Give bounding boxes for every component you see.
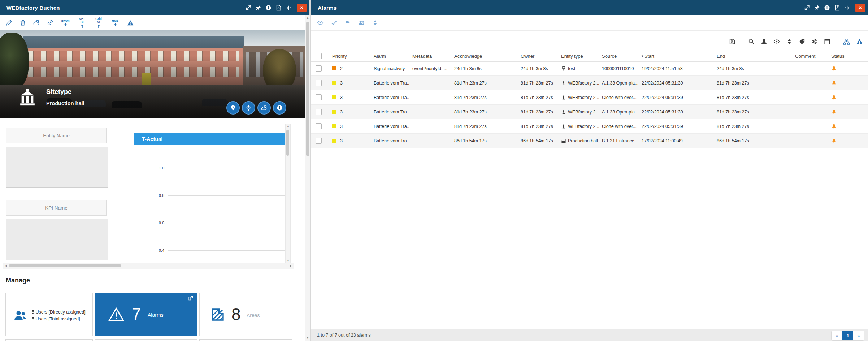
prev-page-button[interactable]: « bbox=[832, 331, 842, 340]
eye-icon[interactable] bbox=[317, 20, 324, 26]
row-checkbox[interactable] bbox=[316, 123, 322, 129]
eye-icon[interactable] bbox=[773, 38, 780, 45]
ewon-upload-button[interactable]: Ewon bbox=[61, 19, 70, 27]
delete-icon[interactable] bbox=[19, 20, 26, 26]
export-document-icon[interactable] bbox=[275, 5, 282, 11]
resize-horizontal-icon[interactable] bbox=[844, 5, 850, 11]
column-header-metadata[interactable]: Metadata bbox=[409, 53, 451, 59]
close-button[interactable]: × bbox=[855, 4, 865, 12]
areas-tile[interactable]: 8 Areas bbox=[199, 293, 292, 336]
current-page-button[interactable]: 1 bbox=[842, 331, 853, 340]
users-tile[interactable]: 5 Users [Directly assigned] 5 Users [Tot… bbox=[5, 293, 93, 336]
sitetype-subtitle: Production hall bbox=[46, 100, 84, 106]
select-all-checkbox[interactable] bbox=[316, 53, 322, 59]
edit-icon[interactable] bbox=[6, 20, 12, 26]
export-document-icon[interactable] bbox=[834, 5, 840, 11]
panel-vertical-scrollbar[interactable]: ▲ ▼ bbox=[305, 15, 310, 341]
next-page-button[interactable]: » bbox=[853, 331, 864, 340]
assign-users-icon[interactable] bbox=[358, 20, 365, 26]
calendar-icon[interactable] bbox=[824, 38, 830, 45]
flag-icon[interactable] bbox=[344, 20, 351, 26]
row-checkbox[interactable] bbox=[316, 109, 322, 115]
gridline bbox=[168, 195, 286, 196]
column-header-end[interactable]: End bbox=[714, 53, 792, 59]
column-header-comment[interactable]: Comment bbox=[792, 53, 828, 59]
row-select-cell bbox=[311, 123, 329, 129]
hms-upload-button[interactable]: HMS bbox=[110, 19, 120, 27]
table-row[interactable]: 2Signal inactivityeventPriorityId: ...24… bbox=[311, 61, 868, 76]
column-header-acknowledge[interactable]: Acknowledge bbox=[451, 53, 518, 59]
weather-icon[interactable] bbox=[33, 20, 40, 26]
close-button[interactable]: × bbox=[297, 4, 307, 12]
priority-cell: 3 bbox=[329, 95, 371, 100]
chart-title: T-Actual bbox=[134, 133, 287, 145]
person-filter-icon[interactable] bbox=[761, 38, 767, 45]
gridvis-upload-button[interactable]: Grid Vi bbox=[94, 17, 103, 28]
column-header-owner[interactable]: Owner bbox=[518, 53, 558, 59]
column-header-cb[interactable] bbox=[311, 53, 329, 59]
row-checkbox[interactable] bbox=[316, 80, 322, 86]
scrollbar-thumb[interactable] bbox=[306, 22, 309, 156]
column-header-status[interactable]: Status bbox=[828, 53, 868, 59]
inner-vertical-scrollbar[interactable]: ▲ ▼ bbox=[285, 124, 291, 264]
sitetype-bank-icon bbox=[17, 87, 38, 108]
link-icon[interactable] bbox=[47, 20, 53, 26]
table-row[interactable]: 3Batterie vom Tra...81d 7h 23m 27s81d 7h… bbox=[311, 105, 868, 119]
acknowledge-check-icon[interactable] bbox=[331, 20, 337, 26]
table-row[interactable]: 3Batterie vom Tra...81d 7h 23m 27s81d 7h… bbox=[311, 76, 868, 90]
scrollbar-thumb[interactable] bbox=[286, 130, 289, 156]
row-checkbox[interactable] bbox=[316, 94, 322, 100]
info-icon[interactable] bbox=[265, 5, 272, 11]
table-row[interactable]: 3Batterie vom Tra...86d 1h 54m 17s86d 1h… bbox=[311, 134, 868, 148]
popout-icon[interactable] bbox=[245, 5, 251, 11]
start-cell: 19/04/2024 11:51:58 bbox=[639, 66, 714, 71]
scrollbar-thumb[interactable] bbox=[9, 264, 121, 267]
sort-icon[interactable] bbox=[372, 20, 378, 26]
alarms-tile[interactable]: 7 Alarms bbox=[95, 293, 197, 336]
column-header-entity[interactable]: Entity type bbox=[558, 53, 599, 59]
sort-icon[interactable] bbox=[786, 38, 793, 45]
pin-icon[interactable] bbox=[814, 5, 820, 11]
column-header-start[interactable]: ▾Start bbox=[639, 53, 714, 59]
bell-icon bbox=[831, 109, 837, 115]
info-button[interactable] bbox=[273, 101, 286, 115]
column-header-alarm[interactable]: Alarm bbox=[371, 53, 409, 59]
source-cell: A.1.33 Open-pla... bbox=[599, 109, 639, 115]
org-nodes-icon[interactable] bbox=[811, 38, 818, 45]
tag-icon[interactable] bbox=[799, 38, 805, 45]
alarm-triangle-icon[interactable] bbox=[856, 38, 863, 45]
info-icon[interactable] bbox=[824, 5, 830, 11]
priority-cell: 2 bbox=[329, 66, 371, 71]
table-row[interactable]: 3Batterie vom Tra...81d 7h 23m 27s81d 7h… bbox=[311, 90, 868, 105]
y-tick: 0.6 bbox=[148, 221, 164, 225]
resize-horizontal-icon[interactable] bbox=[286, 5, 292, 11]
kpi-widget-area: Entity Name KPI Name T-Actual 1.0 0.8 0.… bbox=[3, 123, 294, 270]
priority-color-swatch bbox=[332, 66, 336, 70]
pin-icon[interactable] bbox=[255, 5, 261, 11]
table-row[interactable]: 3Batterie vom Tra...81d 7h 23m 27s81d 7h… bbox=[311, 119, 868, 134]
priority-color-swatch bbox=[332, 81, 336, 85]
alarm-cell: Batterie vom Tra... bbox=[371, 124, 409, 129]
acknowledge-cell: 81d 7h 23m 27s bbox=[451, 95, 518, 100]
alarms-panel-title: Alarms bbox=[311, 5, 337, 11]
search-icon[interactable] bbox=[748, 38, 755, 45]
left-panel-titlebar: WEBfactory Buchen × bbox=[0, 0, 309, 15]
location-button[interactable] bbox=[226, 101, 240, 115]
y-tick: 0.8 bbox=[148, 193, 164, 198]
row-checkbox[interactable] bbox=[316, 138, 322, 144]
crosshair-button[interactable] bbox=[242, 101, 255, 115]
sitemap-icon[interactable] bbox=[843, 38, 850, 45]
inner-horizontal-scrollbar[interactable]: ◀ ▶ bbox=[3, 263, 294, 269]
divider bbox=[742, 36, 742, 47]
start-cell: 22/02/2024 05:31:39 bbox=[639, 109, 714, 115]
weather-button[interactable] bbox=[257, 101, 271, 115]
column-header-source[interactable]: Source bbox=[599, 53, 639, 59]
column-header-priority[interactable]: Priority bbox=[329, 53, 371, 59]
alarm-triangle-icon[interactable] bbox=[127, 20, 134, 26]
save-icon[interactable] bbox=[729, 38, 735, 45]
popout-icon[interactable] bbox=[804, 5, 810, 11]
netbi-upload-button[interactable]: NET BI bbox=[77, 17, 87, 28]
popout-tile-icon[interactable] bbox=[188, 295, 194, 301]
y-tick: 0.4 bbox=[148, 248, 164, 252]
row-checkbox[interactable] bbox=[316, 65, 322, 72]
